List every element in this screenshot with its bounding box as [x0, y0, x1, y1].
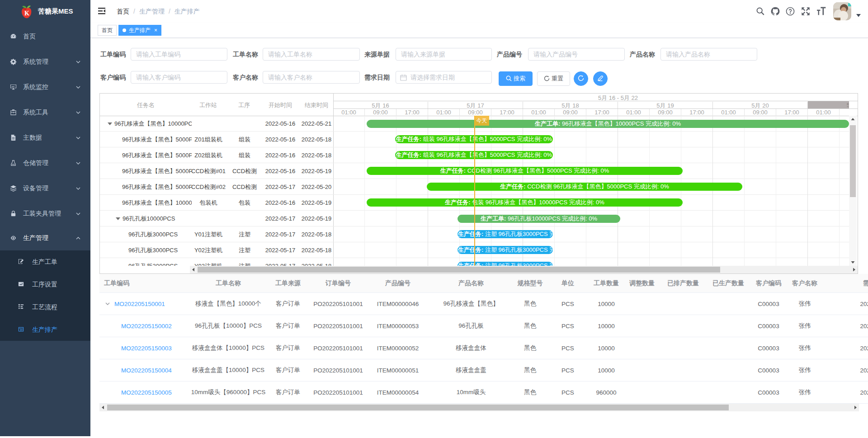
svg-text:K: K: [24, 10, 29, 17]
